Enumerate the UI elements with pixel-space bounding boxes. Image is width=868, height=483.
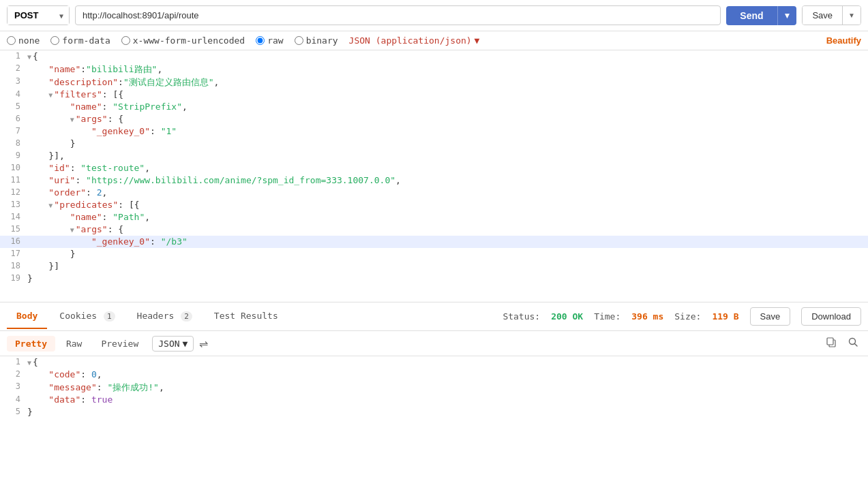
size-value: 119 B (712, 311, 738, 322)
response-status-info: Status: 200 OK Time: 396 ms Size: 119 B … (503, 307, 861, 326)
req-line-11: 11 "uri": "https://www.bilibili.com/anim… (0, 174, 868, 187)
resp-line-5: 5 } (0, 406, 868, 418)
request-editor[interactable]: 1 ▼{ 2 "name":"bilibili路由", 3 "descripti… (0, 50, 868, 302)
req-line-12: 12 "order": 2, (0, 187, 868, 199)
svg-line-3 (854, 343, 857, 346)
req-line-14: 14 "name": "Path", (0, 211, 868, 223)
req-line-7: 7 "_genkey_0": "1" (0, 125, 868, 138)
format-tab-raw[interactable]: Raw (58, 336, 90, 352)
body-raw-radio[interactable] (256, 36, 265, 45)
format-type-arrow: ▼ (183, 339, 188, 349)
status-value: 200 OK (551, 311, 583, 322)
req-line-1: 1 ▼{ (0, 50, 868, 63)
body-none-radio[interactable] (7, 36, 16, 45)
url-input[interactable] (75, 5, 721, 25)
response-format-bar: Pretty Raw Preview JSON ▼ ⇌ (0, 331, 868, 356)
save-button-group: Save ▼ (802, 5, 861, 25)
method-select[interactable]: POST GET PUT DELETE PATCH (8, 6, 69, 25)
body-binary-radio[interactable] (295, 36, 303, 45)
json-format-arrow: ▼ (475, 35, 480, 46)
req-line-18: 18 }] (0, 260, 868, 272)
response-tabs-bar: Body Cookies 1 Headers 2 Test Results St… (0, 302, 868, 331)
req-line-2: 2 "name":"bilibili路由", (0, 63, 868, 76)
req-line-15: 15 ▼"args": { (0, 223, 868, 236)
size-label: Size: (674, 311, 701, 322)
tab-body[interactable]: Body (7, 304, 47, 329)
format-tab-pretty[interactable]: Pretty (7, 336, 55, 352)
wrap-button[interactable]: ⇌ (196, 336, 211, 352)
body-formdata-option[interactable]: form-data (50, 35, 110, 46)
time-label: Time: (594, 311, 620, 322)
resp-line-1: 1 ▼{ (0, 356, 868, 369)
req-line-16: 16 "_genkey_0": "/b3" (0, 236, 868, 248)
req-line-6: 6 ▼"args": { (0, 113, 868, 125)
save-button[interactable]: Save (803, 6, 842, 25)
send-arrow-button[interactable]: ▼ (777, 6, 797, 25)
response-code-area[interactable]: 1 ▼{ 2 "code": 0, 3 "message": "操作成功!", … (0, 356, 868, 483)
body-raw-option[interactable]: raw (256, 35, 283, 46)
search-icon[interactable] (845, 335, 861, 352)
tab-test-results[interactable]: Test Results (205, 304, 288, 329)
req-line-3: 3 "description":"测试自定义路由信息", (0, 76, 868, 89)
resp-line-2: 2 "code": 0, (0, 369, 868, 381)
svg-rect-1 (827, 338, 833, 345)
body-none-option[interactable]: none (7, 35, 40, 46)
send-button-group: Send ▼ (726, 6, 796, 25)
body-urlencoded-option[interactable]: x-www-form-urlencoded (121, 35, 245, 46)
tab-cookies[interactable]: Cookies 1 (50, 304, 124, 329)
tab-headers[interactable]: Headers 2 (128, 304, 202, 329)
format-icons (823, 335, 861, 352)
req-line-10: 10 "id": "test-route", (0, 162, 868, 174)
req-line-13: 13 ▼"predicates": [{ (0, 199, 868, 211)
json-format-selector[interactable]: JSON (application/json) ▼ (349, 35, 480, 46)
copy-icon[interactable] (823, 335, 839, 352)
body-type-bar: none form-data x-www-form-urlencoded raw… (0, 31, 868, 50)
time-value: 396 ms (631, 311, 663, 322)
format-tab-preview[interactable]: Preview (93, 336, 147, 352)
req-line-4: 4 ▼"filters": [{ (0, 89, 868, 101)
req-line-17: 17 } (0, 248, 868, 260)
status-label: Status: (503, 311, 540, 322)
format-type-selector[interactable]: JSON ▼ (152, 336, 194, 352)
format-type-label: JSON (158, 339, 179, 349)
body-urlencoded-radio[interactable] (121, 36, 130, 45)
beautify-button[interactable]: Beautify (826, 35, 861, 46)
req-line-19: 19 } (0, 272, 868, 285)
json-format-label: JSON (application/json) (349, 35, 472, 46)
resp-line-4: 4 "data": true (0, 394, 868, 406)
body-formdata-radio[interactable] (50, 36, 59, 45)
toolbar: POST GET PUT DELETE PATCH Send ▼ Save ▼ (0, 0, 868, 31)
save-arrow-button[interactable]: ▼ (842, 6, 860, 25)
body-binary-option[interactable]: binary (295, 35, 338, 46)
resp-line-3: 3 "message": "操作成功!", (0, 381, 868, 394)
req-line-8: 8 } (0, 138, 868, 150)
req-line-5: 5 "name": "StripPrefix", (0, 101, 868, 113)
method-selector[interactable]: POST GET PUT DELETE PATCH (7, 5, 70, 25)
req-line-9: 9 }], (0, 150, 868, 162)
send-button[interactable]: Send (726, 6, 777, 25)
response-save-button[interactable]: Save (750, 307, 791, 326)
response-download-button[interactable]: Download (801, 307, 861, 326)
